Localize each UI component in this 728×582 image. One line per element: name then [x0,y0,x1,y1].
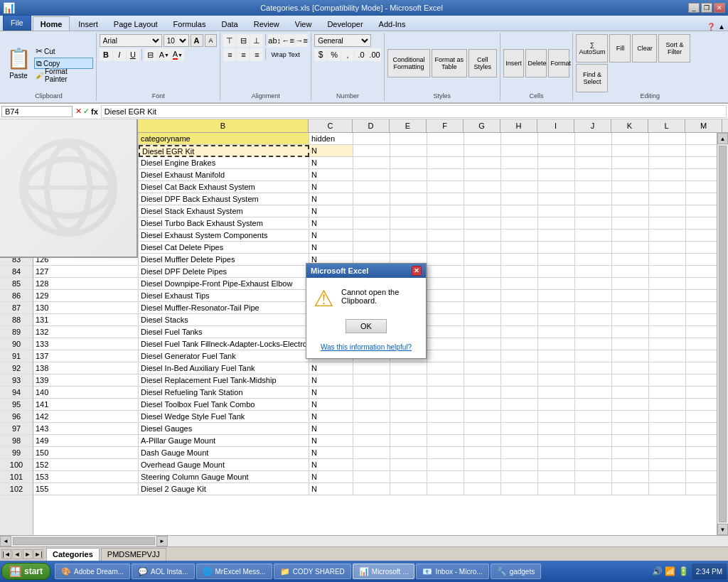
dialog-help-link[interactable]: Was this information helpful? [314,343,419,351]
dialog-warning-icon: ⚠ [314,285,334,312]
dialog-overlay: Microsoft Excel ✕ ⚠ Cannot open the Clip… [0,0,728,582]
excel-dialog: Microsoft Excel ✕ ⚠ Cannot open the Clip… [306,263,427,359]
dialog-body: ⚠ Cannot open the Clipboard. OK Was this… [306,278,426,358]
dialog-close-button[interactable]: ✕ [412,266,422,276]
dialog-message: Cannot open the Clipboard. [341,285,419,305]
dialog-title-text: Microsoft Excel [311,266,368,275]
dialog-ok-button[interactable]: OK [346,319,387,333]
dialog-title-bar: Microsoft Excel ✕ [306,264,426,278]
